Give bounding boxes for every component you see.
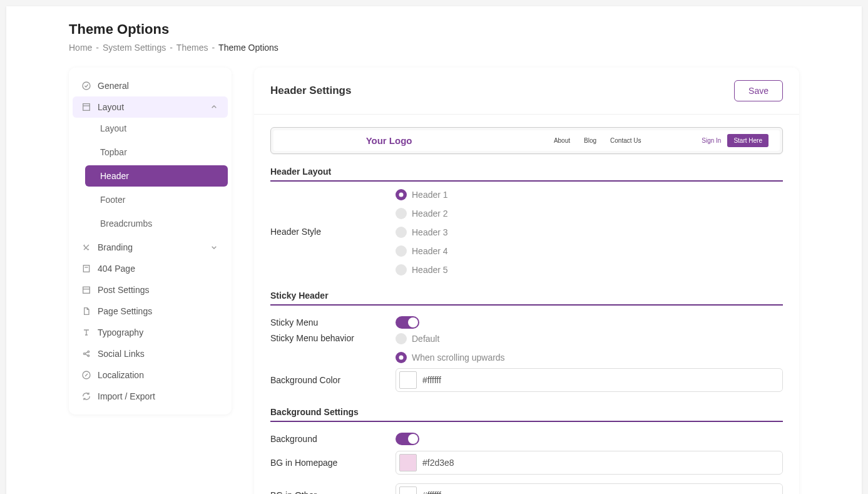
- chevron-down-icon: [209, 242, 219, 252]
- radio-behavior-upwards[interactable]: When scrolling upwards: [396, 352, 783, 363]
- sidebar-sub-breadcrumbs[interactable]: Breadcrumbs: [85, 213, 228, 234]
- sidebar: General Layout Layout Topbar Header Foot…: [69, 68, 232, 414]
- bg-other-label: BG in Other: [270, 490, 396, 494]
- sticky-menu-toggle[interactable]: [396, 316, 419, 329]
- radio-header-5[interactable]: Header 5: [396, 264, 783, 275]
- radio-header-3[interactable]: Header 3: [396, 227, 783, 238]
- color-swatch[interactable]: [399, 371, 417, 389]
- bg-home-input[interactable]: [396, 451, 783, 475]
- sidebar-label: 404 Page: [98, 264, 135, 274]
- radio-label: Default: [412, 334, 439, 344]
- radio-header-4[interactable]: Header 4: [396, 245, 783, 257]
- breadcrumb-current: Theme Options: [218, 43, 278, 53]
- radio-icon: [396, 352, 407, 363]
- preview-nav-item: About: [554, 137, 570, 144]
- sidebar-sub-footer[interactable]: Footer: [85, 189, 228, 210]
- svg-point-8: [88, 351, 89, 352]
- section-background-settings: Background Settings: [270, 407, 783, 422]
- sidebar-item-page-settings[interactable]: Page Settings: [69, 301, 232, 322]
- sidebar-item-general[interactable]: General: [69, 75, 232, 96]
- radio-icon: [396, 333, 407, 344]
- sidebar-sub-topbar[interactable]: Topbar: [85, 142, 228, 163]
- svg-rect-5: [83, 287, 90, 293]
- panel-title: Header Settings: [270, 85, 351, 97]
- sidebar-item-import-export[interactable]: Import / Export: [69, 386, 232, 407]
- bg-home-field[interactable]: [420, 453, 782, 473]
- radio-header-1[interactable]: Header 1: [396, 189, 783, 200]
- layout-icon: [81, 102, 91, 112]
- sidebar-item-localization[interactable]: Localization: [69, 364, 232, 386]
- background-toggle[interactable]: [396, 433, 419, 445]
- svg-point-7: [83, 353, 85, 355]
- save-button[interactable]: Save: [734, 80, 783, 101]
- background-label: Background: [270, 434, 396, 444]
- svg-line-11: [85, 354, 88, 356]
- svg-point-0: [83, 82, 90, 90]
- check-circle-icon: [81, 81, 91, 91]
- bg-color-label: Background Color: [270, 375, 396, 385]
- svg-rect-1: [83, 104, 90, 111]
- radio-icon: [396, 189, 407, 200]
- bg-other-field[interactable]: [420, 485, 782, 494]
- breadcrumb: Home- System Settings- Themes- Theme Opt…: [69, 43, 799, 53]
- preview-cta: Start Here: [727, 134, 768, 147]
- bg-home-label: BG in Homepage: [270, 458, 396, 468]
- page-title: Theme Options: [69, 21, 799, 38]
- preview-signin: Sign In: [702, 137, 721, 144]
- section-sticky-header: Sticky Header: [270, 291, 783, 306]
- color-swatch[interactable]: [399, 454, 417, 471]
- radio-icon: [396, 227, 407, 238]
- radio-label: Header 1: [412, 190, 448, 200]
- breadcrumb-system-settings[interactable]: System Settings: [103, 43, 166, 53]
- sidebar-label: Branding: [98, 242, 133, 252]
- radio-label: When scrolling upwards: [412, 352, 505, 363]
- radio-label: Header 4: [412, 246, 448, 256]
- sidebar-item-404[interactable]: 404 Page: [69, 258, 232, 279]
- section-header-layout: Header Layout: [270, 167, 783, 182]
- breadcrumb-themes[interactable]: Themes: [176, 43, 208, 53]
- sidebar-sub-header[interactable]: Header: [85, 165, 228, 187]
- sticky-behavior-label: Sticky Menu behavior: [270, 333, 396, 343]
- chevron-up-icon: [209, 102, 219, 112]
- bg-color-field[interactable]: [420, 370, 782, 390]
- sidebar-label: Page Settings: [98, 306, 152, 316]
- sidebar-item-layout[interactable]: Layout: [73, 96, 228, 118]
- preview-nav-item: Contact Us: [610, 137, 641, 144]
- radio-header-2[interactable]: Header 2: [396, 208, 783, 219]
- radio-label: Header 3: [412, 227, 448, 237]
- calendar-icon: [81, 285, 91, 295]
- sidebar-label: Import / Export: [98, 391, 155, 401]
- radio-behavior-default[interactable]: Default: [396, 333, 783, 344]
- main-panel: Header Settings Save Your Logo About Blo…: [254, 68, 799, 494]
- sticky-menu-label: Sticky Menu: [270, 317, 396, 327]
- refresh-icon: [81, 391, 91, 401]
- preview-logo: Your Logo: [285, 135, 493, 146]
- compass-icon: [81, 370, 91, 380]
- preview-nav-item: Blog: [584, 137, 596, 144]
- radio-label: Header 5: [412, 265, 448, 275]
- sidebar-item-branding[interactable]: Branding: [69, 237, 232, 258]
- breadcrumb-home[interactable]: Home: [69, 43, 92, 53]
- svg-point-9: [88, 355, 89, 357]
- radio-icon: [396, 245, 407, 257]
- bg-color-input[interactable]: [396, 368, 783, 392]
- sidebar-item-post-settings[interactable]: Post Settings: [69, 279, 232, 301]
- svg-rect-3: [83, 265, 89, 272]
- sidebar-label: Layout: [98, 102, 124, 112]
- sidebar-sub-layout[interactable]: Layout: [85, 118, 228, 139]
- radio-label: Header 2: [412, 208, 448, 219]
- header-preview: Your Logo About Blog Contact Us Sign In …: [270, 127, 783, 154]
- svg-line-10: [85, 352, 88, 353]
- share-icon: [81, 349, 91, 359]
- radio-icon: [396, 208, 407, 219]
- bg-other-input[interactable]: [396, 483, 783, 494]
- sidebar-label: General: [98, 81, 129, 91]
- sidebar-item-social-links[interactable]: Social Links: [69, 343, 232, 364]
- header-style-label: Header Style: [270, 189, 396, 237]
- color-swatch[interactable]: [399, 486, 417, 494]
- sidebar-label: Social Links: [98, 349, 145, 359]
- file-icon: [81, 306, 91, 316]
- sidebar-item-typography[interactable]: Typography: [69, 322, 232, 343]
- sidebar-label: Post Settings: [98, 285, 150, 295]
- radio-icon: [396, 264, 407, 275]
